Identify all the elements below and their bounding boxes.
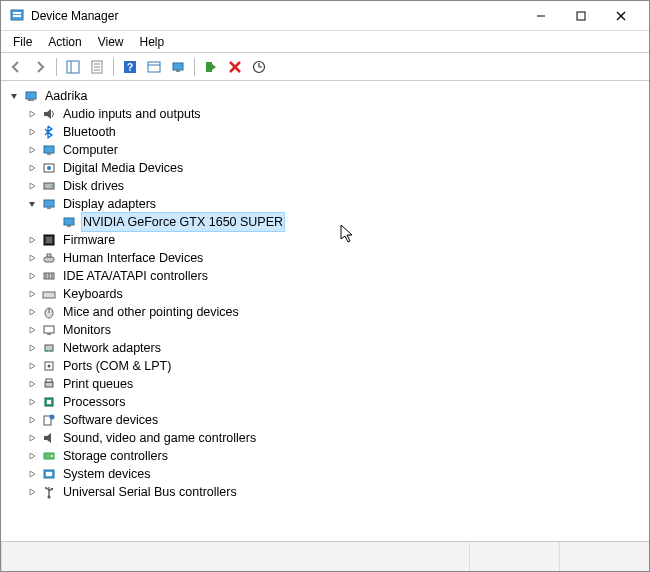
toolbar-separator bbox=[194, 58, 195, 76]
expand-arrow-icon[interactable] bbox=[25, 179, 39, 193]
expand-arrow-icon[interactable] bbox=[25, 323, 39, 337]
expand-arrow-icon[interactable] bbox=[25, 413, 39, 427]
tree-category[interactable]: Audio inputs and outputs bbox=[5, 105, 645, 123]
expand-arrow-icon[interactable] bbox=[25, 395, 39, 409]
menu-action[interactable]: Action bbox=[40, 33, 89, 51]
forward-button[interactable] bbox=[29, 56, 51, 78]
svg-point-67 bbox=[45, 487, 47, 489]
svg-rect-25 bbox=[44, 146, 54, 153]
expand-arrow-icon[interactable] bbox=[25, 251, 39, 265]
expand-arrow-icon[interactable] bbox=[7, 89, 21, 103]
expand-arrow-icon[interactable] bbox=[25, 305, 39, 319]
tree-category[interactable]: Sound, video and game controllers bbox=[5, 429, 645, 447]
tree-category[interactable]: Mice and other pointing devices bbox=[5, 303, 645, 321]
tree-device[interactable]: NVIDIA GeForce GTX 1650 SUPER bbox=[5, 213, 645, 231]
tree-category-label: Sound, video and game controllers bbox=[61, 429, 258, 447]
tree-category-label: Bluetooth bbox=[61, 123, 118, 141]
expand-arrow-icon[interactable] bbox=[25, 125, 39, 139]
expand-arrow-spacer bbox=[45, 215, 59, 229]
expand-arrow-icon[interactable] bbox=[25, 431, 39, 445]
firmware-icon bbox=[41, 232, 57, 248]
svg-point-51 bbox=[46, 350, 48, 352]
expand-arrow-icon[interactable] bbox=[25, 197, 39, 211]
show-hide-tree-button[interactable] bbox=[62, 56, 84, 78]
tree-category[interactable]: Processors bbox=[5, 393, 645, 411]
sound-icon bbox=[41, 430, 57, 446]
tree-category[interactable]: System devices bbox=[5, 465, 645, 483]
back-button[interactable] bbox=[5, 56, 27, 78]
expand-arrow-icon[interactable] bbox=[25, 359, 39, 373]
tree-category[interactable]: Universal Serial Bus controllers bbox=[5, 483, 645, 501]
maximize-button[interactable] bbox=[561, 2, 601, 30]
expand-arrow-icon[interactable] bbox=[25, 233, 39, 247]
expand-arrow-icon[interactable] bbox=[25, 485, 39, 499]
tree-category-label: Digital Media Devices bbox=[61, 159, 185, 177]
expand-arrow-icon[interactable] bbox=[25, 143, 39, 157]
window-title: Device Manager bbox=[31, 9, 521, 23]
menu-view[interactable]: View bbox=[90, 33, 132, 51]
device-tree[interactable]: Aadrika Audio inputs and outputs Bluetoo… bbox=[1, 81, 649, 541]
svg-rect-7 bbox=[67, 61, 79, 73]
network-icon bbox=[41, 340, 57, 356]
svg-rect-50 bbox=[45, 345, 53, 351]
tree-category[interactable]: Keyboards bbox=[5, 285, 645, 303]
enable-device-button[interactable] bbox=[200, 56, 222, 78]
svg-point-28 bbox=[47, 166, 51, 170]
close-button[interactable] bbox=[601, 2, 641, 30]
svg-rect-56 bbox=[46, 379, 52, 382]
tree-category[interactable]: Display adapters bbox=[5, 195, 645, 213]
tree-category[interactable]: Monitors bbox=[5, 321, 645, 339]
system-icon bbox=[41, 466, 57, 482]
svg-point-52 bbox=[50, 350, 52, 352]
tree-category[interactable]: Network adapters bbox=[5, 339, 645, 357]
svg-rect-58 bbox=[47, 400, 51, 404]
tree-category-label: Universal Serial Bus controllers bbox=[61, 483, 239, 501]
svg-point-62 bbox=[51, 455, 53, 457]
tree-category[interactable]: IDE ATA/ATAPI controllers bbox=[5, 267, 645, 285]
update-driver-button[interactable] bbox=[248, 56, 270, 78]
tree-category[interactable]: Disk drives bbox=[5, 177, 645, 195]
tree-category-label: Software devices bbox=[61, 411, 160, 429]
expand-arrow-icon[interactable] bbox=[25, 161, 39, 175]
tree-category[interactable]: Bluetooth bbox=[5, 123, 645, 141]
properties-button[interactable] bbox=[86, 56, 108, 78]
menu-help[interactable]: Help bbox=[132, 33, 173, 51]
svg-rect-24 bbox=[28, 99, 34, 101]
tree-category[interactable]: Computer bbox=[5, 141, 645, 159]
app-icon bbox=[9, 8, 25, 24]
help-button[interactable]: ? bbox=[119, 56, 141, 78]
tree-category[interactable]: Storage controllers bbox=[5, 447, 645, 465]
tree-category-label: Keyboards bbox=[61, 285, 125, 303]
computer-icon bbox=[41, 142, 57, 158]
expand-arrow-icon[interactable] bbox=[25, 287, 39, 301]
tree-category[interactable]: Ports (COM & LPT) bbox=[5, 357, 645, 375]
svg-rect-37 bbox=[44, 257, 54, 262]
tree-category[interactable]: Software devices bbox=[5, 411, 645, 429]
uninstall-device-button[interactable] bbox=[224, 56, 246, 78]
svg-point-30 bbox=[51, 185, 53, 187]
expand-arrow-icon[interactable] bbox=[25, 467, 39, 481]
expand-arrow-icon[interactable] bbox=[25, 377, 39, 391]
tree-category[interactable]: Human Interface Devices bbox=[5, 249, 645, 267]
ide-icon bbox=[41, 268, 57, 284]
statusbar bbox=[1, 541, 649, 571]
tree-category[interactable]: Digital Media Devices bbox=[5, 159, 645, 177]
titlebar: Device Manager bbox=[1, 1, 649, 31]
minimize-button[interactable] bbox=[521, 2, 561, 30]
expand-arrow-icon[interactable] bbox=[25, 449, 39, 463]
scan-hardware-button[interactable] bbox=[167, 56, 189, 78]
expand-arrow-icon[interactable] bbox=[25, 107, 39, 121]
tree-category[interactable]: Print queues bbox=[5, 375, 645, 393]
svg-rect-2 bbox=[13, 15, 21, 17]
printer-icon bbox=[41, 376, 57, 392]
expand-arrow-icon[interactable] bbox=[25, 269, 39, 283]
svg-rect-31 bbox=[44, 200, 54, 207]
usb-icon bbox=[41, 484, 57, 500]
tree-category[interactable]: Firmware bbox=[5, 231, 645, 249]
expand-arrow-icon[interactable] bbox=[25, 341, 39, 355]
action-button[interactable] bbox=[143, 56, 165, 78]
svg-rect-1 bbox=[13, 12, 21, 14]
tree-root[interactable]: Aadrika bbox=[5, 87, 645, 105]
svg-rect-33 bbox=[64, 218, 74, 225]
menu-file[interactable]: File bbox=[5, 33, 40, 51]
